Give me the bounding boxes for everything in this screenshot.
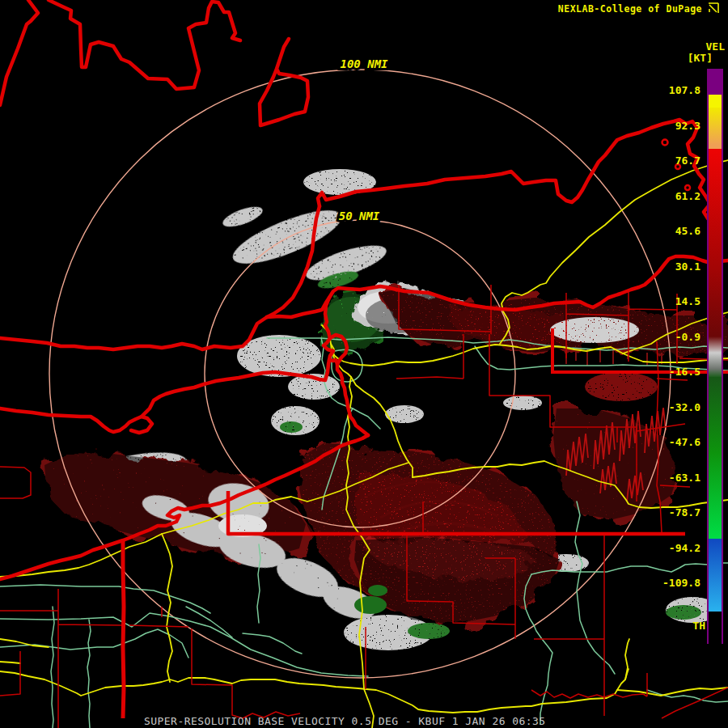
colorbar-tick: -47.6 [644, 436, 700, 448]
status-bar: SUPER-RESOLUTION BASE VELOCITY 0.5 DEG -… [144, 715, 546, 727]
colorbar-product-label: VEL [706, 40, 725, 53]
colorbar-tick: -78.7 [644, 506, 700, 518]
colorbar-tick: 61.2 [644, 190, 700, 202]
colorbar-tick: -94.2 [644, 542, 700, 554]
colorbar-units-label: [KT] [688, 52, 713, 64]
radar-display[interactable]: 100 NMI 50 NMI NEXLAB-College of DuPage … [0, 0, 728, 728]
page-title: NEXLAB-College of DuPage [558, 3, 702, 15]
velocity-colorbar [707, 69, 723, 644]
colorbar-tick: 45.6 [644, 225, 700, 237]
colorbar-tick: -32.0 [644, 401, 700, 413]
colorbar-tick: -63.1 [644, 472, 700, 484]
colorbar-tick: 92.3 [644, 120, 700, 132]
colorbar-tick: 107.8 [644, 84, 700, 96]
colorbar-tick: 14.5 [644, 295, 700, 307]
radar-map: 100 NMI 50 NMI [0, 0, 728, 728]
outer-ring-label: 100 NMI [340, 57, 388, 70]
inner-ring-label: 50 NMI [339, 210, 380, 222]
cod-logo-icon [708, 2, 721, 15]
colorbar-tick: -109.8 [644, 577, 700, 589]
colorbar-tick: -16.5 [644, 366, 700, 378]
colorbar-threshold-label: TH [692, 620, 705, 632]
colorbar-tick: 30.1 [644, 260, 700, 273]
colorbar-tick: 76.7 [644, 154, 700, 167]
range-ring-labels: 100 NMI 50 NMI [339, 57, 388, 222]
colorbar-tick: -0.9 [644, 331, 700, 343]
